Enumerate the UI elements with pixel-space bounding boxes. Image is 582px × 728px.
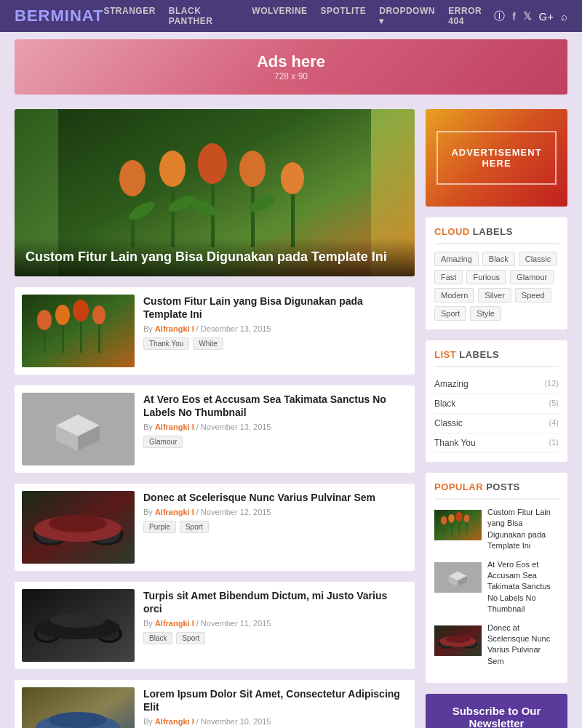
svg-point-20 (37, 310, 52, 330)
svg-point-23 (92, 305, 105, 324)
popular-thumbnail (434, 623, 482, 659)
article-item[interactable]: Turpis sit Amet Bibendum Dictum, mi Just… (15, 582, 415, 669)
svg-point-58 (441, 516, 447, 525)
article-tag[interactable]: Sport (180, 521, 209, 533)
subscribe-title: Subscribe to Our Newsletter (436, 705, 557, 728)
popular-post-item[interactable]: Donec at Scelerisque Nunc Varius Pulvina… (434, 623, 559, 668)
hero-article[interactable]: Custom Fitur Lain yang Bisa Digunakan pa… (15, 109, 415, 276)
list-label-name: Classic (434, 418, 463, 428)
list-label-item[interactable]: Black(5) (434, 394, 559, 414)
cloud-tag[interactable]: Black (482, 252, 515, 266)
article-content: At Vero Eos et Accusam Sea Takimata Sanc… (143, 393, 407, 465)
twitter-icon[interactable]: 𝕏 (523, 9, 532, 23)
ads-banner-text: Ads here (28, 52, 554, 71)
articles-list: Custom Fitur Lain yang Bisa Digunakan pa… (15, 287, 415, 728)
svg-rect-54 (444, 524, 445, 535)
svg-point-6 (119, 160, 146, 196)
content-area: Custom Fitur Lain yang Bisa Digunakan pa… (15, 109, 415, 728)
cloud-tag[interactable]: Silver (478, 288, 511, 303)
nav-spotlite[interactable]: SPOTLITE (321, 6, 367, 26)
search-icon[interactable]: ⌕ (561, 10, 567, 23)
svg-point-9 (239, 151, 266, 187)
article-item[interactable]: Lorem Ipsum Dolor Sit Amet, Consectetur … (15, 680, 415, 728)
article-tag[interactable]: Glamour (143, 436, 183, 448)
sidebar-ad-inner: ADVERTISEMENT HERE (436, 131, 557, 185)
header-icons: Ⓘ f 𝕏 G+ ⌕ (494, 9, 567, 23)
svg-rect-16 (44, 327, 46, 353)
list-label-count: (5) (549, 399, 559, 409)
popular-thumbnail (434, 559, 482, 596)
nav-wolverine[interactable]: WOLVERINE (252, 6, 307, 26)
cloud-tag[interactable]: Glamour (510, 270, 554, 284)
article-thumbnail (22, 589, 135, 662)
sidebar-ad: ADVERTISEMENT HERE (426, 109, 567, 207)
list-labels-container: Amazing(12)Black(5)Classic(4)Thank You(1… (434, 375, 559, 453)
nav-dropdown[interactable]: DROPDOWN ▾ (379, 6, 435, 26)
popular-posts-header: POPULAR POSTS (434, 481, 559, 500)
instagram-icon[interactable]: Ⓘ (494, 9, 505, 23)
article-author[interactable]: Alfrangki I (155, 508, 194, 516)
article-meta: By Alfrangki I / November 13, 2015 (143, 423, 407, 431)
list-label-item[interactable]: Amazing(12) (434, 375, 559, 394)
popular-posts-section: POPULAR POSTS Custom Fitur Lain yang Bis… (426, 473, 567, 683)
article-title: At Vero Eos et Accusam Sea Takimata Sanc… (143, 393, 407, 419)
article-author[interactable]: Alfrangki I (155, 324, 194, 333)
article-content: Turpis sit Amet Bibendum Dictum, mi Just… (143, 589, 407, 662)
article-tag[interactable]: Purple (143, 521, 176, 533)
cloud-tag[interactable]: Sport (434, 306, 466, 321)
google-plus-icon[interactable]: G+ (539, 10, 554, 23)
nav-stranger[interactable]: STRANGER (103, 6, 155, 26)
cloud-tag[interactable]: Classic (519, 252, 557, 266)
facebook-icon[interactable]: f (512, 10, 515, 23)
popular-accent: POPULAR (434, 481, 483, 492)
svg-rect-17 (62, 324, 64, 353)
article-tag[interactable]: Thank You (143, 337, 189, 350)
article-item[interactable]: Custom Fitur Lain yang Bisa Digunakan pa… (15, 287, 415, 375)
article-item[interactable]: At Vero Eos et Accusam Sea Takimata Sanc… (15, 385, 415, 473)
nav-error404[interactable]: ERROR 404 (448, 6, 494, 26)
list-accent: LIST (434, 349, 456, 360)
svg-point-22 (73, 300, 89, 321)
article-author[interactable]: Alfrangki I (155, 717, 194, 726)
article-tags: Thank YouWhite (143, 337, 407, 350)
popular-post-item[interactable]: Custom Fitur Lain yang Bisa Digunakan pa… (434, 507, 559, 552)
article-tag[interactable]: White (193, 337, 223, 350)
nav-black-panther[interactable]: BLACK PANTHER (169, 6, 239, 26)
cloud-tag[interactable]: Style (470, 306, 501, 321)
article-author[interactable]: Alfrangki I (155, 423, 194, 431)
article-thumbnail (22, 393, 135, 465)
cloud-tag[interactable]: Fast (434, 270, 463, 284)
svg-point-59 (448, 514, 454, 523)
subscribe-box: Subscribe to Our Newsletter Submit Your … (426, 694, 567, 728)
logo[interactable]: BERMINAT (15, 7, 103, 25)
article-tag[interactable]: Black (143, 632, 172, 644)
logo-b: B (15, 7, 27, 25)
list-label-count: (1) (549, 438, 559, 448)
svg-point-10 (281, 162, 304, 194)
article-tags: BlackSport (143, 632, 407, 644)
svg-point-34 (49, 515, 107, 532)
cloud-labels-section: CLOUD LABELS AmazingBlackClassicFastFuri… (426, 217, 567, 329)
svg-rect-55 (451, 522, 452, 535)
article-thumbnail (22, 687, 135, 728)
list-label-count: (4) (549, 418, 559, 428)
article-tags: PurpleSport (143, 521, 407, 533)
cloud-tag[interactable]: Amazing (434, 252, 479, 266)
popular-post-item[interactable]: At Vero Eos et Accusam Sea Takimata Sanc… (434, 559, 559, 615)
article-tag[interactable]: Sport (176, 632, 205, 644)
article-thumbnail (22, 295, 135, 367)
article-item[interactable]: Donec at Scelerisque Nunc Varius Pulvina… (15, 484, 415, 571)
svg-rect-56 (459, 521, 460, 535)
sidebar-ad-text: ADVERTISEMENT HERE (445, 147, 548, 169)
svg-point-21 (55, 305, 70, 325)
cloud-tag[interactable]: Modern (434, 288, 474, 303)
list-label-item[interactable]: Classic(4) (434, 414, 559, 433)
cloud-labels-header: CLOUD LABELS (434, 226, 559, 244)
list-label-item[interactable]: Thank You(1) (434, 433, 559, 453)
article-author[interactable]: Alfrangki I (155, 619, 194, 628)
main-nav: STRANGER BLACK PANTHER WOLVERINE SPOTLIT… (103, 6, 494, 26)
popular-posts-container: Custom Fitur Lain yang Bisa Digunakan pa… (434, 507, 559, 667)
cloud-tag[interactable]: Furious (466, 270, 506, 284)
cloud-tag[interactable]: Speed (515, 288, 551, 303)
popular-post-title: Donec at Scelerisque Nunc Varius Pulvina… (487, 623, 559, 668)
